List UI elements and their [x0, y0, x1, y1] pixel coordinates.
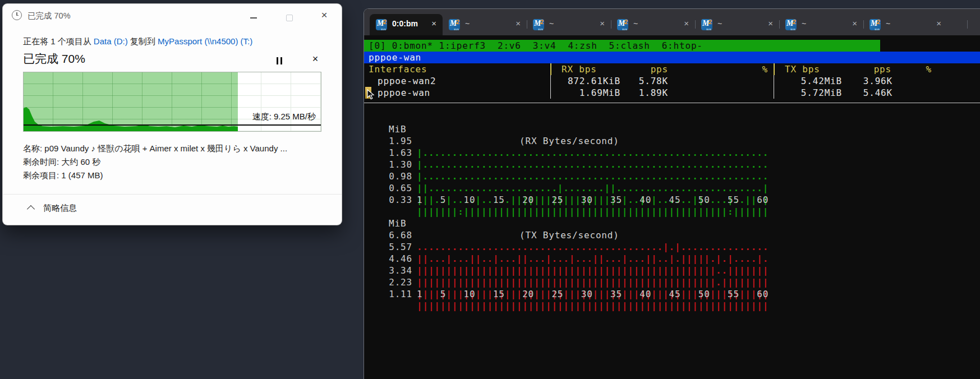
- tab-close-icon[interactable]: ×: [516, 19, 521, 28]
- dialog-titlebar[interactable]: 已完成 70% ×: [3, 4, 342, 26]
- tab-close-icon[interactable]: ×: [768, 19, 773, 28]
- clock-icon: [12, 10, 22, 20]
- column-separator: [774, 75, 774, 99]
- file-name-line: 名称: p09 Vaundy ♪ 怪獣の花唄 + Aimer x milet x…: [23, 142, 287, 155]
- terminal-tab-bar: M2sys 0:0:bm × M2sys ~ × M2sys ~ × M2sys…: [364, 9, 980, 35]
- tx-pps-value: 3.96K: [836, 75, 892, 87]
- tab-close-icon[interactable]: ×: [684, 19, 689, 28]
- tmux-status-bar: [0] 0:bmon* 1:iperf3 2:v6 3:v4 4:zsh 5:c…: [364, 40, 880, 52]
- interface-name: pppoe-wan: [378, 87, 430, 99]
- copy-description-middle: 复制到: [128, 36, 158, 46]
- msys2-icon: M2sys: [785, 19, 797, 30]
- tab-divider: [967, 20, 968, 29]
- source-drive-link[interactable]: Data (D:): [94, 36, 128, 46]
- tab-close-icon[interactable]: ×: [431, 19, 436, 28]
- rx-pps-value: 1.89K: [612, 87, 668, 99]
- rx-pps-value: 5.78K: [612, 75, 668, 87]
- copy-progress-dialog: 已完成 70% × 正在将 1 个项目从 Data (D:) 复制到 MyPas…: [2, 3, 342, 225]
- transfer-speed-graph: 速度: 9.25 MB/秒: [23, 72, 321, 132]
- msys2-icon: M2sys: [617, 19, 628, 30]
- interface-row[interactable]: pppoe-wan2 872.61KiB 5.78K 5.42MiB 3.96K: [364, 75, 980, 87]
- tab-shell-1[interactable]: M2sys ~ ×: [443, 14, 527, 35]
- tab-label: ~: [802, 19, 806, 28]
- header-rx-pct: %: [729, 63, 768, 75]
- table-bottom-rule: [364, 103, 980, 103]
- rx-graph-header: MiB (RX Bytes/second): [364, 112, 980, 123]
- chevron-up-icon: [27, 205, 35, 213]
- msys2-icon: M2sys: [449, 19, 460, 30]
- tab-shell-5[interactable]: M2sys ~ ×: [779, 14, 863, 35]
- speed-history-wave: [24, 72, 321, 131]
- tx-ytick: 1.11: [364, 288, 412, 300]
- header-interfaces: Interfaces: [369, 63, 427, 75]
- tab-label: ~: [717, 19, 722, 28]
- items-remaining-line: 剩余项目: 1 (457 MB): [23, 169, 287, 182]
- column-separator: [550, 75, 551, 99]
- tx-graph-row: 2.23 |||||||||||||||||||||||||||||||||||…: [364, 265, 980, 276]
- tx-bars: ||||||||||||||||||||||||||||||||||||||||…: [417, 300, 769, 312]
- tab-shell-6[interactable]: M2sys ~ ×: [863, 14, 947, 35]
- tab-shell-2[interactable]: M2sys ~ ×: [527, 14, 611, 35]
- less-details-label: 简略信息: [43, 203, 77, 214]
- speed-trend-line: [24, 124, 321, 126]
- column-separator: [774, 63, 775, 75]
- tx-bps-value: 5.72MiB: [786, 87, 842, 99]
- tab-label: ~: [633, 19, 638, 28]
- tab-active-bmon[interactable]: M2sys 0:0:bm ×: [370, 14, 443, 35]
- rx-graph-row: 1.30 |..................................…: [364, 147, 980, 159]
- desktop: 已完成 70% × 正在将 1 个项目从 Data (D:) 复制到 MyPas…: [0, 0, 980, 379]
- msys2-icon: M2sys: [869, 19, 881, 30]
- tx-graph-row: 3.34 |||||||||||||||||||||||||||||||||||…: [364, 253, 980, 265]
- pause-icon[interactable]: [275, 57, 284, 65]
- cancel-copy-icon[interactable]: ×: [309, 53, 321, 65]
- mouse-pointer-icon: [367, 89, 375, 100]
- tx-pps-value: 5.46K: [836, 87, 892, 99]
- header-rx-pps: pps: [612, 63, 668, 75]
- header-tx-pps: pps: [835, 63, 891, 75]
- rx-graph-row: 1.63 |..................................…: [364, 135, 980, 147]
- footer-divider: [3, 194, 342, 195]
- destination-drive-link[interactable]: MyPassport (\\n4500) (T:): [158, 36, 252, 46]
- tx-graph-row: 5.57 ||...|...||..|...||...|...|...||...…: [364, 229, 980, 241]
- tx-graph-row: 1.11 |||||||||||||||||||||||||||||||||||…: [364, 276, 980, 288]
- header-rx-bps: RX bps: [562, 63, 597, 75]
- tx-bps-value: 5.42MiB: [786, 75, 842, 87]
- tab-close-icon[interactable]: ×: [936, 19, 941, 28]
- header-tx-bps: TX bps: [785, 63, 820, 75]
- minimize-button[interactable]: [241, 4, 266, 26]
- tab-close-icon[interactable]: ×: [600, 19, 605, 28]
- msys2-icon: M2sys: [533, 19, 544, 30]
- tab-label: 0:0:bm: [392, 19, 418, 28]
- close-button[interactable]: ×: [311, 4, 337, 26]
- copy-details: 名称: p09 Vaundy ♪ 怪獣の花唄 + Aimer x milet x…: [23, 142, 287, 182]
- tx-graph-row: 4.46 |||||||||||||||||||||||||||||||||||…: [364, 241, 980, 253]
- maximize-button[interactable]: [276, 4, 302, 26]
- tx-graph-row: 6.68 ...................................…: [364, 218, 980, 229]
- tab-shell-3[interactable]: M2sys ~ ×: [611, 14, 695, 35]
- progress-heading: 已完成 70%: [23, 51, 85, 67]
- rx-ytick: 0.33: [364, 194, 412, 206]
- tab-label: ~: [465, 19, 470, 28]
- rx-graph-row: 1.95 |..................................…: [364, 123, 980, 135]
- bmon-banner: pppoe-wan: [364, 52, 980, 63]
- tab-label: ~: [549, 19, 554, 28]
- column-separator: [550, 63, 551, 75]
- interface-row-selected[interactable]: pppoe-wan 1.69MiB 1.89K 5.72MiB 5.46K: [364, 87, 980, 99]
- terminal-pane[interactable]: [0] 0:bmon* 1:iperf3 2:v6 3:v4 4:zsh 5:c…: [364, 35, 980, 379]
- msys2-icon: M2sys: [701, 19, 712, 30]
- dialog-title: 已完成 70%: [27, 11, 71, 21]
- rx-graph-row: 0.33 |||||||:|||||||||||||||||||||||||||…: [364, 182, 980, 194]
- tx-graph-xaxis: 1 5 10 15 20 25 30 35 40 45 50 55 60: [417, 288, 769, 300]
- msys2-icon: M2sys: [376, 19, 387, 30]
- tab-close-icon[interactable]: ×: [852, 19, 857, 28]
- interface-name: pppoe-wan2: [378, 75, 436, 87]
- copy-description: 正在将 1 个项目从 Data (D:) 复制到 MyPassport (\\n…: [23, 36, 252, 47]
- terminal-window: M2sys 0:0:bm × M2sys ~ × M2sys ~ × M2sys…: [364, 8, 980, 379]
- speed-label: 速度: 9.25 MB/秒: [252, 112, 316, 122]
- rx-graph-row: 0.98 ||......................|.......||.…: [364, 159, 980, 170]
- bmon-table-header: Interfaces RX bps pps % TX bps pps %: [364, 63, 980, 75]
- rx-graph-xaxis: 1 5 10 15 20 25 30 35 40 45 50 55 60: [417, 194, 769, 206]
- tab-shell-4[interactable]: M2sys ~ ×: [695, 14, 779, 35]
- tx-graph-header: MiB (TX Bytes/second): [364, 206, 980, 218]
- tab-label: ~: [886, 19, 890, 28]
